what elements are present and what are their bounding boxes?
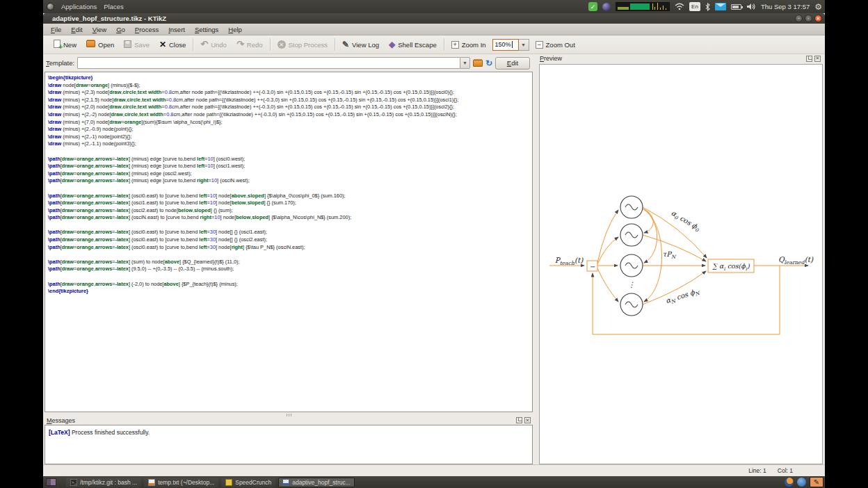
code-line[interactable] [48,251,532,259]
zoom-level-combobox[interactable]: 150%▼ [492,39,529,51]
toolbar-button-open[interactable]: Open [81,37,119,52]
code-line[interactable]: \path[draw=orange,arrows=-latex] (osci0.… [48,244,532,252]
toolbar-button-new[interactable]: +New [49,37,81,52]
minimize-button[interactable]: − [795,15,803,22]
code-line[interactable] [48,222,532,229]
update-check-tray-icon[interactable]: ✓ [588,2,597,11]
code-line[interactable]: \path[draw=orange,arrows=-latex] (osci0.… [48,193,532,200]
window-titlebar[interactable]: adaptive_hopf_structure.tikz - KTikZ − ▫… [43,13,825,24]
taskbar-item-terminal[interactable]: >_/tmp/ktikz.git : bash ... [66,478,141,487]
ktikz-tray-icon[interactable]: ✎ [810,477,823,487]
messages-undock-icon[interactable] [516,417,522,423]
taskbar-item-speedcrunch[interactable]: SpeedCrunch [221,478,275,487]
bluetooth-icon[interactable] [705,3,710,11]
template-open-folder-icon[interactable] [473,60,483,67]
menu-view[interactable]: View [88,26,111,33]
code-line[interactable]: \path[draw=orange,arrows=-latex] (-2,0) … [48,281,532,288]
zoom-dropdown-arrow-icon[interactable]: ▼ [519,39,529,51]
keyboard-layout-indicator[interactable]: En [689,2,700,11]
taskbar-item-ktikz[interactable]: adaptive_hopf_struc... [278,478,355,487]
code-line[interactable]: \path[draw=orange,arrows=-latex] (minus)… [48,156,532,163]
template-combobox[interactable]: ▼ [77,57,470,69]
taskbar-item-text-editor[interactable]: temp.txt (~/Desktop... [144,478,218,487]
preview-dock-header: Preview ✕ [539,54,823,63]
code-line[interactable]: \draw node[draw=orange] (minus){$-$}; [48,82,532,90]
window-title: adaptive_hopf_structure.tikz - KTikZ [43,15,166,22]
code-line[interactable]: \path[draw=orange,arrows=-latex] (osci1.… [48,200,532,207]
menu-settings[interactable]: Settings [190,26,223,33]
zoom-level-value[interactable]: 150% [492,39,519,51]
messages-close-icon[interactable]: ✕ [524,417,531,423]
new-document-icon: + [54,40,61,49]
menu-process[interactable]: Process [130,26,163,33]
toolbar-separator [270,38,271,51]
close-x-icon: ✕ [159,40,166,49]
preview-close-icon[interactable]: ✕ [814,56,821,62]
zoom-in-icon: + [451,40,459,49]
template-label: Template: [46,59,74,67]
code-line[interactable]: \path[draw=orange,arrows=-latex] (osci0.… [48,229,532,236]
volume-icon[interactable] [746,3,756,10]
alphaN-label: αN cos ϕN [665,286,702,307]
code-editor[interactable]: \begin{tikzpicture}\draw node[draw=orang… [45,72,533,412]
bottom-taskbar: >_/tmp/ktikz.git : bash ...temp.txt (~/D… [43,476,825,488]
workspace-switcher[interactable] [46,478,56,486]
applications-menu[interactable]: Applications [61,3,97,10]
code-line[interactable] [48,273,532,281]
menu-edit[interactable]: Edit [66,26,87,33]
code-line[interactable] [48,148,532,156]
template-input[interactable] [77,57,460,69]
code-line[interactable]: \draw (minus) +(2,-2) node[draw,circle,t… [48,111,532,119]
toolbar-button-view-log[interactable]: ✎View Log [337,37,384,52]
messages-text: Process finished successfully. [70,429,150,436]
menu-go[interactable]: Go [111,26,130,33]
clock[interactable]: Thu Sep 3 17:57 [761,3,810,10]
session-menu-gear-icon[interactable]: ⚙ [814,3,822,11]
wifi-icon[interactable] [675,3,684,10]
code-line[interactable]: \draw (minus) +(7,0) node[draw=orange](s… [48,119,532,127]
code-line[interactable]: \path[draw=orange,arrows=-latex] (sum) t… [48,259,532,266]
system-monitor-applet[interactable] [616,2,670,11]
code-line[interactable]: \path[draw=orange,arrows=-latex] (osciN.… [48,214,532,222]
gnome-top-panel: Applications Places ✓ En Thu Sep 3 17:57… [43,0,825,13]
mail-tray-icon[interactable] [715,3,726,10]
menu-help[interactable]: Help [223,26,247,33]
code-line[interactable]: \draw (minus) +(2,-1.1) node(point3){}; [48,140,532,148]
template-dropdown-arrow[interactable]: ▼ [460,57,470,69]
preview-undock-icon[interactable] [806,56,812,62]
stop-process-icon: ✕ [278,40,286,49]
code-line[interactable]: \draw (minus) +(2,-1) node(point2){}; [48,133,532,141]
template-edit-button[interactable]: Edit [495,57,530,70]
code-line[interactable]: \path[draw=orange,arrows=-latex] (osci2.… [48,207,532,215]
maximize-button[interactable]: ▫ [805,15,812,22]
user-applet-icon[interactable] [602,3,611,11]
code-line[interactable]: \path[draw=orange,arrows=-latex] (minus)… [48,177,532,185]
code-line[interactable]: \path[draw=orange,arrows=-latex] (minus)… [48,163,532,170]
code-line[interactable]: \end{tikzpicture} [48,288,532,295]
firefox-tray-icon[interactable] [785,478,794,487]
app-tray-icon[interactable] [797,478,806,487]
toolbar-button-zoom-in[interactable]: +Zoom In [447,37,491,52]
close-button[interactable]: ✕ [814,15,822,22]
code-line[interactable]: \draw (minus) +(2,0) node[draw,circle,te… [48,104,532,111]
menu-file[interactable]: File [46,26,66,33]
code-line[interactable] [48,185,532,193]
preview-pane[interactable]: Pteach(t) − ∑ αi cos(ϕi) α0 cos ϕ0 τPN α… [539,64,823,464]
battery-icon[interactable] [731,4,741,10]
code-line[interactable]: \draw (minus) +(2,3) node[draw,circle,te… [48,89,532,97]
places-menu[interactable]: Places [104,3,124,10]
template-reload-icon[interactable]: ↻ [485,59,492,67]
code-line[interactable]: \path[draw=orange,arrows=-latex] (9.5,0)… [48,266,532,273]
toolbar-button-zoom-out[interactable]: −Zoom Out [531,37,580,52]
code-line[interactable]: \path[draw=orange,arrows=-latex] (osci0.… [48,236,532,244]
distributor-logo-icon[interactable] [47,3,54,10]
text-caret [512,41,513,48]
code-line[interactable]: \draw (minus) +(2,1.5) node[draw,circle,… [48,97,532,104]
toolbar-button-shell-escape[interactable]: ◆Shell Escape [384,37,442,52]
code-line[interactable]: \draw (minus) +(2,-0.9) node(point){}; [48,126,532,133]
code-line[interactable]: \path[draw=orange,arrows=-latex] (minus)… [48,170,532,178]
toolbar-button-close[interactable]: ✕Close [154,37,191,52]
tau-label: τPN [663,250,677,260]
code-line[interactable]: \begin{tikzpicture} [48,74,532,82]
menu-insert[interactable]: Insert [163,26,190,33]
